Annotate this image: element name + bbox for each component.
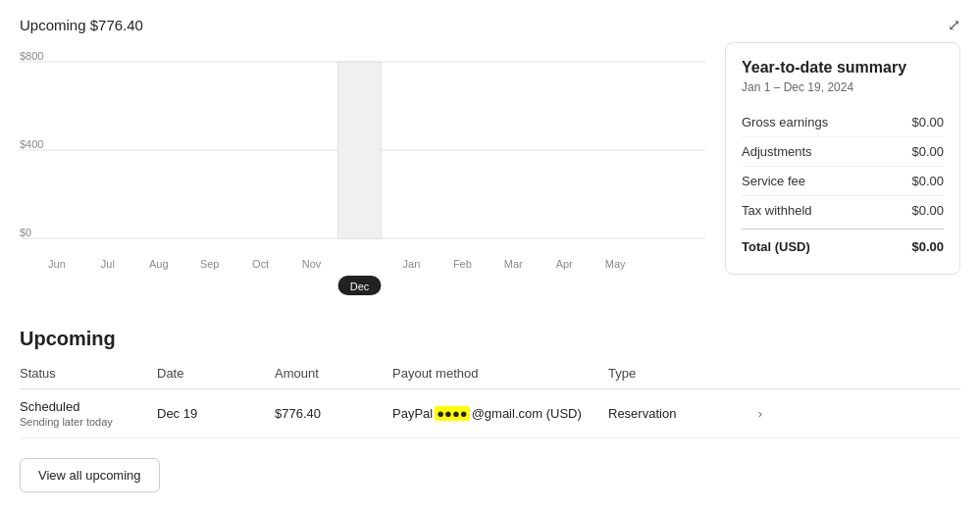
summary-title: Year-to-date summary	[742, 59, 944, 77]
svg-text:Sep: Sep	[200, 258, 220, 270]
adjustments-value: $0.00	[911, 144, 944, 159]
svg-text:May: May	[605, 258, 626, 270]
svg-text:$0: $0	[20, 227, 31, 238]
svg-text:Apr: Apr	[556, 258, 573, 270]
summary-total-row: Total (USD) $0.00	[742, 229, 944, 258]
svg-text:Feb: Feb	[453, 258, 472, 270]
col-header-action	[746, 366, 775, 381]
chart-area: $800 $400 $0 Jun Jul Aug Sep Oct Nov Dec…	[20, 42, 705, 300]
total-value: $0.00	[911, 239, 944, 254]
main-layout: $800 $400 $0 Jun Jul Aug Sep Oct Nov Dec…	[20, 42, 960, 300]
row-chevron-icon[interactable]: ›	[746, 406, 775, 421]
col-header-type: Type	[608, 366, 746, 381]
svg-text:Aug: Aug	[149, 258, 169, 270]
paypal-prefix: PayPal	[392, 406, 433, 421]
amount-cell: $776.40	[275, 406, 392, 421]
svg-text:Nov: Nov	[302, 258, 322, 270]
tax-withheld-value: $0.00	[911, 203, 944, 218]
table-row: Scheduled Sending later today Dec 19 $77…	[20, 389, 960, 438]
summary-row-gross: Gross earnings $0.00	[742, 108, 944, 136]
summary-row-adjustments: Adjustments $0.00	[742, 136, 944, 166]
status-sublabel: Sending later today	[20, 416, 157, 428]
upcoming-section: Upcoming Status Date Amount Payout metho…	[20, 328, 960, 492]
col-header-status: Status	[20, 366, 157, 381]
status-label: Scheduled	[20, 399, 157, 414]
type-cell: Reservation	[608, 406, 746, 421]
date-cell: Dec 19	[157, 406, 275, 421]
payout-method-cell: PayPal ●●●●@gmail.com (USD)	[392, 406, 608, 421]
earnings-chart: $800 $400 $0 Jun Jul Aug Sep Oct Nov Dec…	[20, 42, 705, 297]
adjustments-label: Adjustments	[742, 144, 812, 159]
summary-date-range: Jan 1 – Dec 19, 2024	[742, 80, 944, 94]
service-fee-label: Service fee	[742, 174, 805, 188]
expand-icon[interactable]: ⤢	[948, 16, 960, 34]
status-cell: Scheduled Sending later today	[20, 399, 157, 428]
email-hidden: ●●●●	[435, 406, 469, 421]
svg-text:Jan: Jan	[403, 258, 421, 270]
ytd-summary-card: Year-to-date summary Jan 1 – Dec 19, 202…	[725, 42, 960, 275]
tax-withheld-label: Tax withheld	[742, 203, 812, 218]
col-header-date: Date	[157, 366, 275, 381]
upcoming-balance-title: Upcoming $776.40	[20, 17, 143, 33]
svg-text:Jul: Jul	[101, 258, 115, 270]
gross-earnings-value: $0.00	[911, 115, 944, 129]
svg-text:$800: $800	[20, 50, 43, 62]
header-row: Upcoming $776.40 ⤢	[20, 16, 960, 34]
svg-text:Jun: Jun	[48, 258, 66, 270]
svg-text:$400: $400	[20, 138, 43, 150]
col-header-payout: Payout method	[392, 366, 608, 381]
view-all-upcoming-button[interactable]: View all upcoming	[20, 458, 160, 492]
col-header-amount: Amount	[275, 366, 392, 381]
upcoming-section-title: Upcoming	[20, 328, 960, 350]
gross-earnings-label: Gross earnings	[742, 115, 828, 129]
summary-row-service-fee: Service fee $0.00	[742, 166, 944, 195]
summary-row-tax: Tax withheld $0.00	[742, 195, 944, 225]
service-fee-value: $0.00	[911, 174, 944, 188]
svg-text:Dec: Dec	[350, 281, 370, 292]
table-header: Status Date Amount Payout method Type	[20, 366, 960, 389]
svg-text:Oct: Oct	[252, 258, 269, 270]
total-label: Total (USD)	[742, 239, 810, 254]
paypal-suffix: @gmail.com (USD)	[472, 406, 582, 421]
svg-rect-6	[338, 62, 382, 238]
svg-text:Mar: Mar	[504, 258, 523, 270]
page-container: Upcoming $776.40 ⤢ $800 $400 $0 Jun Jul	[0, 0, 980, 514]
